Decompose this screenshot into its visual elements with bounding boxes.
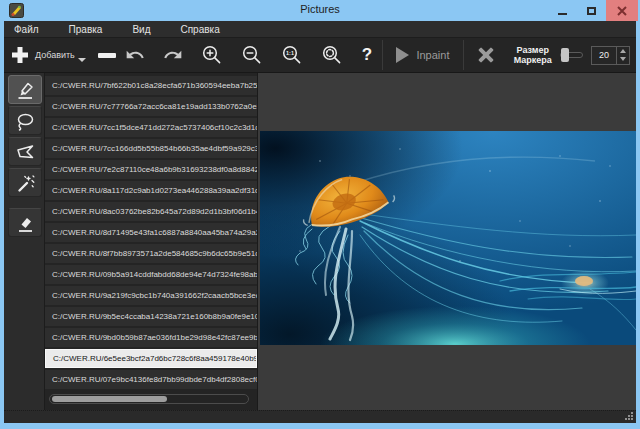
redo-icon: [163, 45, 183, 65]
zoom-actual-button[interactable]: 1:1: [281, 44, 303, 66]
file-list-item[interactable]: C:/CWER.RU/8f7bb8973571a2de584685c9b6dc6…: [45, 244, 257, 263]
zoom-actual-icon: 1:1: [281, 44, 303, 66]
file-list-item[interactable]: C:/CWER.RU/9bd0b59b87ae036fd1be29d98e42f…: [45, 328, 257, 347]
zoom-in-button[interactable]: [201, 44, 223, 66]
spinner-down-button[interactable]: [617, 55, 629, 64]
zoom-fit-icon: [321, 44, 343, 66]
zoom-in-icon: [201, 44, 223, 66]
remove-button[interactable]: [98, 53, 116, 58]
file-list-item[interactable]: C:/CWER.RU/8a117d2c9ab1d0273ea446288a39a…: [45, 181, 257, 200]
menu-edit[interactable]: Правка: [69, 24, 103, 35]
menu-help[interactable]: Справка: [180, 24, 219, 35]
file-list-item[interactable]: C:/CWER.RU/7cc166dd5b55b854b66b35ae4dbf5…: [45, 139, 257, 158]
window-title: Pictures: [0, 3, 640, 15]
minus-icon: [98, 53, 116, 58]
title-bar[interactable]: Pictures: [0, 0, 640, 21]
status-bar: [4, 410, 636, 423]
zoom-out-icon: [241, 44, 263, 66]
chevron-down-icon: [78, 58, 86, 62]
image-canvas[interactable]: [258, 73, 636, 410]
minimize-button[interactable]: [548, 0, 577, 21]
file-list-item[interactable]: C:/CWER.RU/7c77766a72acc6ca81e19add133b0…: [45, 97, 257, 116]
file-list-item[interactable]: C:/CWER.RU/8d71495e43fa1c6887a8840aa45ba…: [45, 223, 257, 242]
horizontal-scrollbar[interactable]: [49, 394, 249, 404]
redo-button[interactable]: [163, 45, 183, 65]
play-icon: [396, 47, 409, 63]
tool-lasso[interactable]: [8, 106, 42, 135]
resize-grip-icon[interactable]: [625, 412, 634, 421]
tool-eraser[interactable]: [8, 208, 42, 237]
tool-magic-wand[interactable]: [8, 168, 42, 197]
close-icon: [617, 6, 627, 16]
marker-size-label: Размер Маркера: [514, 45, 552, 65]
add-button[interactable]: Добавить: [10, 45, 86, 65]
app-window: Pictures Файл Правка Вид Справка: [0, 0, 640, 429]
marker-size-slider[interactable]: [560, 48, 583, 62]
plus-icon: [10, 45, 30, 65]
tool-polygon-lasso[interactable]: [8, 137, 42, 166]
menu-file[interactable]: Файл: [14, 24, 39, 35]
toolbar: Добавить: [4, 38, 636, 73]
file-list-item[interactable]: C:/CWER.RU/7cc1f5dce471dd272ac5737406cf1…: [45, 118, 257, 137]
eraser-icon: [14, 212, 36, 234]
spinner-up-button[interactable]: [617, 47, 629, 56]
lasso-icon: [14, 110, 36, 132]
cancel-button[interactable]: [476, 46, 494, 64]
polygon-lasso-icon: [14, 141, 36, 163]
marker-size-value[interactable]: 20: [591, 46, 617, 65]
photo-jellyfish[interactable]: [260, 131, 636, 345]
help-icon: ?: [362, 45, 372, 65]
file-list-item[interactable]: C:/CWER.RU/9b5ec4ccaba14238a721e160b8b9a…: [45, 307, 257, 326]
marker-size-spinner: 20: [591, 46, 630, 65]
marker-icon: [14, 79, 36, 101]
file-list-panel: C:/CWER.RU/7bf622b01c8a28ecfa671b360594e…: [45, 73, 258, 410]
menu-bar: Файл Правка Вид Справка: [4, 21, 636, 38]
file-list-item[interactable]: C:/CWER.RU/7e2c87110ce48a6b9b31693238df0…: [45, 160, 257, 179]
maximize-icon: [587, 7, 596, 15]
app-body: Файл Правка Вид Справка Добавить: [4, 21, 636, 423]
tools-sidebar: [4, 73, 45, 410]
magic-wand-icon: [14, 172, 36, 194]
maximize-button[interactable]: [577, 0, 606, 21]
file-list-item-selected[interactable]: C:/CWER.RU/6e5ee3bcf2a7d6bc728c6f8aa4591…: [45, 349, 257, 368]
file-list-item[interactable]: C:/CWER.RU/7bf622b01c8a28ecfa671b360594e…: [45, 76, 257, 95]
close-button[interactable]: [606, 0, 638, 21]
tool-marker[interactable]: [8, 75, 42, 104]
menu-view[interactable]: Вид: [132, 24, 150, 35]
file-list-item[interactable]: C:/CWER.RU/8ac03762be82b645a72d89d2d1b3b…: [45, 202, 257, 221]
cancel-icon: [476, 46, 494, 64]
slider-thumb[interactable]: [561, 48, 569, 62]
inpaint-label: Inpaint: [416, 49, 449, 61]
inpaint-button[interactable]: Inpaint: [388, 47, 457, 63]
zoom-fit-button[interactable]: [321, 44, 343, 66]
add-button-label: Добавить: [35, 50, 75, 60]
file-list-item[interactable]: C:/CWER.RU/9a219fc9cbc1b740a391662f2caac…: [45, 286, 257, 305]
zoom-out-button[interactable]: [241, 44, 263, 66]
undo-icon: [125, 45, 145, 65]
file-list-item[interactable]: C:/CWER.RU/07e9bc4136fe8d7bb99dbde7db4df…: [45, 370, 257, 389]
minimize-icon: [558, 13, 567, 15]
undo-button[interactable]: [125, 45, 145, 65]
help-button[interactable]: ?: [362, 45, 372, 65]
file-list-item[interactable]: C:/CWER.RU/09b5a914cddfabdd68de94e74d732…: [45, 265, 257, 284]
svg-text:1:1: 1:1: [286, 50, 294, 56]
scrollbar-thumb[interactable]: [52, 396, 167, 402]
